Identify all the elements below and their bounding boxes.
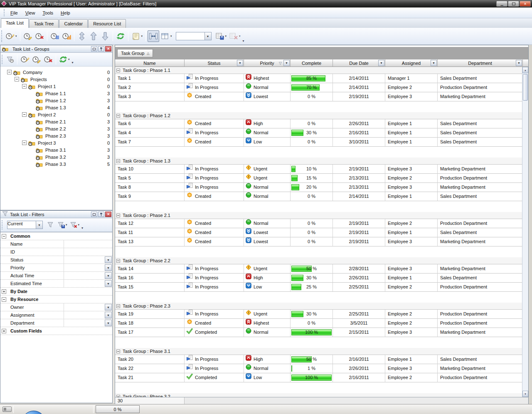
task-name-cell[interactable]: Task 17 — [115, 328, 185, 337]
filter-value-cell[interactable]: ▼ — [64, 319, 112, 327]
task-name-cell[interactable]: Task 21 — [115, 373, 185, 382]
filter-preset-combobox[interactable]: Current▼ — [7, 221, 43, 229]
filter-section-custom-fields[interactable]: Custom Fields — [0, 327, 112, 335]
dropdown-arrow-icon[interactable]: ▼ — [204, 32, 211, 40]
export-grid-button[interactable]: ▾ — [214, 30, 228, 42]
restore-panel-button[interactable] — [91, 46, 97, 52]
task-priority-button[interactable] — [61, 30, 72, 42]
complete-cell[interactable]: 0 % — [291, 219, 333, 228]
tree-item-phase-1-2[interactable]: Phase 1.23 — [0, 97, 112, 104]
dropdown-caret-icon[interactable]: ▾ — [15, 34, 17, 38]
due-date-cell[interactable]: 2/28/2011 — [333, 264, 385, 274]
tree-item-project-2[interactable]: Project 20 — [0, 111, 112, 118]
task-row[interactable]: Task 6CreatedHigh0 %2/26/2011Employee 1S… — [115, 119, 522, 128]
due-date-cell[interactable]: 2/19/2011 — [333, 237, 385, 246]
task-row[interactable]: Task 7CreatedLow0 %3/10/2011Employee 1Sa… — [115, 138, 522, 147]
status-cell[interactable]: In Progress — [185, 174, 244, 183]
complete-cell[interactable]: 70 % — [291, 83, 333, 92]
menu-tools[interactable]: Tools — [39, 9, 57, 17]
column-header-assigned[interactable]: Assigned▼ — [385, 59, 438, 67]
complete-cell[interactable]: 30 % — [291, 310, 333, 319]
tree-item-project-1[interactable]: Project 10 — [0, 83, 112, 90]
notes-button[interactable]: ▾ — [130, 30, 144, 42]
assigned-cell[interactable]: Employee 3 — [385, 165, 438, 174]
assigned-cell[interactable]: Employee 3 — [385, 328, 438, 337]
department-cell[interactable]: Sales Department — [438, 355, 522, 364]
delete-group-button[interactable] — [42, 54, 54, 65]
status-cell[interactable]: Completed — [185, 328, 244, 337]
filter-field-department[interactable]: Department▼ — [0, 319, 112, 327]
department-cell[interactable]: Marketing Department — [438, 364, 522, 373]
dropdown-caret-icon[interactable]: ▾ — [170, 34, 172, 38]
dropdown-arrow-icon[interactable]: ▼ — [105, 312, 112, 318]
apply-filter-button[interactable] — [45, 219, 56, 230]
expand-collapse-button[interactable] — [76, 30, 88, 42]
task-name-cell[interactable]: Task 13 — [115, 237, 185, 246]
menu-file[interactable]: File — [7, 9, 22, 17]
status-cell[interactable]: Completed — [185, 373, 244, 382]
task-checklist-button[interactable] — [49, 30, 61, 42]
due-date-cell[interactable]: 2/19/2011 — [333, 92, 385, 101]
complete-cell[interactable]: 15 % — [291, 174, 333, 183]
assigned-cell[interactable]: Employee 3 — [385, 264, 438, 274]
filter-value-cell[interactable] — [64, 240, 112, 248]
status-cell[interactable]: Created — [185, 219, 244, 228]
dropdown-caret-icon[interactable]: ▾ — [141, 34, 143, 38]
tree-expander-icon[interactable] — [22, 84, 27, 89]
priority-cell[interactable]: Lowest — [244, 237, 291, 246]
priority-cell[interactable]: High — [244, 355, 291, 364]
priority-cell[interactable]: !Urgent — [244, 310, 291, 319]
priority-cell[interactable]: Lowest — [244, 228, 291, 237]
due-date-cell[interactable]: 2/13/2011 — [333, 174, 385, 183]
tree-expander-icon[interactable] — [7, 70, 12, 74]
complete-cell[interactable]: 0 % — [291, 192, 333, 201]
tab-task-tree[interactable]: Task Tree — [29, 19, 59, 28]
filter-section-common[interactable]: Common — [0, 232, 112, 240]
tree-item-phase-3-1[interactable]: Phase 3.13 — [0, 146, 112, 153]
task-row[interactable]: Task 1In ProgressHighest85 %2/14/2011Man… — [115, 74, 522, 83]
filter-field-assignment[interactable]: Assignment▼ — [0, 311, 112, 319]
move-up-button[interactable] — [88, 30, 99, 42]
section-expander-icon[interactable] — [2, 234, 6, 239]
department-cell[interactable]: Production Department — [438, 174, 522, 183]
status-cell[interactable]: In Progress — [185, 83, 244, 92]
column-filter-dropdown[interactable]: ▼ — [237, 60, 243, 66]
department-cell[interactable]: Marketing Department — [438, 165, 522, 174]
tree-item-phase-1-3[interactable]: Phase 1.34 — [0, 104, 112, 111]
status-cell[interactable]: Created — [185, 119, 244, 128]
due-date-cell[interactable]: 2/15/2011 — [333, 328, 385, 337]
minimize-button[interactable]: ▁ — [496, 1, 507, 7]
tree-expander-icon[interactable] — [22, 140, 27, 145]
filter-value-cell[interactable]: ▼ — [64, 256, 112, 264]
task-row[interactable]: Task 12CreatedNormal0 %2/19/2011Employee… — [115, 219, 522, 228]
column-header-status[interactable]: Status▼ — [185, 59, 244, 67]
task-row[interactable]: Task 9CreatedNormal0 %2/14/2011Employee … — [115, 192, 522, 201]
task-row[interactable]: Task 4In ProgressNormal30 %2/16/2011Empl… — [115, 128, 522, 138]
status-cell[interactable]: In Progress — [185, 183, 244, 192]
complete-cell[interactable]: 0 % — [291, 138, 333, 147]
task-row[interactable]: Task 18CreatedHighest0 %3/5/2011Employee… — [115, 319, 522, 328]
priority-cell[interactable]: Normal — [244, 192, 291, 201]
task-name-cell[interactable]: Task 22 — [115, 364, 185, 373]
complete-cell[interactable]: 50 % — [291, 264, 333, 274]
move-down-button[interactable] — [99, 30, 111, 42]
complete-cell[interactable]: 30 % — [291, 274, 333, 283]
filter-section-by-resource[interactable]: By Resource — [0, 296, 112, 303]
task-name-cell[interactable]: Task 6 — [115, 119, 185, 128]
column-filter-dropdown[interactable]: ▼ — [283, 60, 290, 66]
task-row[interactable]: Task 16In ProgressHigh30 %2/26/2011Emplo… — [115, 274, 522, 283]
status-cell[interactable]: Created — [185, 92, 244, 101]
complete-cell[interactable]: 85 % — [291, 74, 333, 83]
task-row[interactable]: Task 10In Progress!Urgent10 %2/19/2011Em… — [115, 165, 522, 174]
department-cell[interactable]: Sales Department — [438, 192, 522, 201]
group-header-task-group-phase-1-1[interactable]: Task Group : Phase 1.1 — [115, 67, 522, 74]
assigned-cell[interactable]: Employee 2 — [385, 319, 438, 328]
save-filter-button[interactable]: ▾ — [56, 219, 69, 230]
department-cell[interactable]: Marketing Department — [438, 237, 522, 246]
task-name-cell[interactable]: Task 20 — [115, 355, 185, 364]
dropdown-arrow-icon[interactable]: ▼ — [36, 221, 42, 229]
priority-cell[interactable]: Normal — [244, 83, 291, 92]
task-row[interactable]: Task 2In ProgressNormal70 %2/14/2011Empl… — [115, 83, 522, 92]
complete-cell[interactable]: 0 % — [291, 319, 333, 328]
due-date-cell[interactable]: 2/19/2011 — [333, 228, 385, 237]
